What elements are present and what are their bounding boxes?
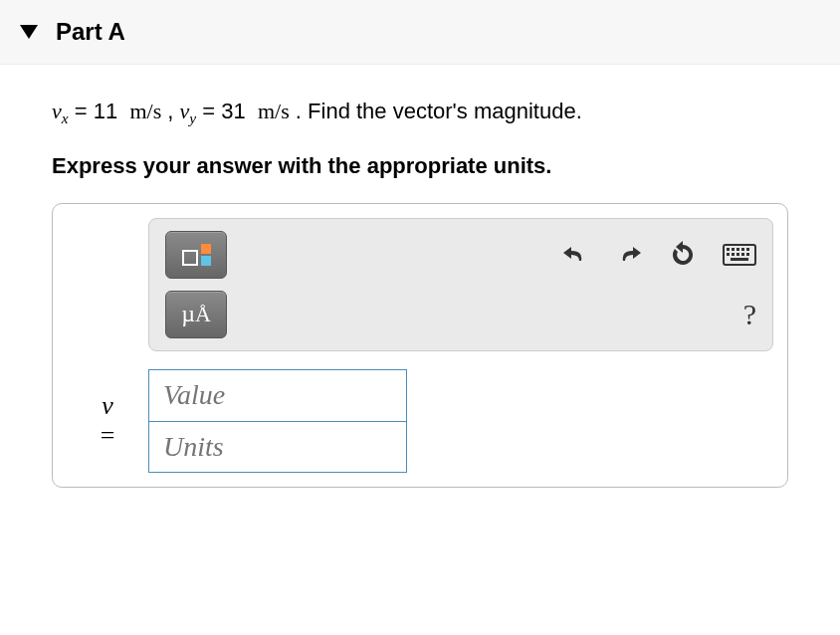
answer-input-area: v = (67, 369, 773, 473)
svg-rect-4 (741, 248, 744, 251)
answer-variable-label: v = (67, 391, 148, 451)
svg-rect-10 (746, 253, 749, 256)
redo-icon (615, 243, 643, 267)
undo-button[interactable] (561, 243, 589, 267)
svg-rect-7 (732, 253, 735, 256)
content-area: vx = 11 m/s , vy = 31 m/s . Find the vec… (0, 65, 840, 508)
units-input[interactable] (148, 421, 407, 473)
equation-toolbar: µÅ ? (148, 218, 773, 351)
instruction-text: Express your answer with the appropriate… (52, 153, 788, 179)
reset-icon (669, 241, 697, 269)
collapse-caret-icon (20, 25, 38, 39)
special-chars-button[interactable]: µÅ (165, 291, 227, 338)
mu-angstrom-icon: µÅ (181, 301, 211, 327)
part-header[interactable]: Part A (0, 0, 840, 65)
reset-button[interactable] (669, 241, 697, 269)
keyboard-icon (723, 244, 756, 266)
help-button[interactable]: ? (743, 298, 756, 331)
undo-icon (561, 243, 589, 267)
svg-rect-1 (727, 248, 730, 251)
svg-rect-6 (727, 253, 730, 256)
templates-button[interactable] (165, 231, 227, 279)
value-input[interactable] (148, 369, 407, 421)
redo-button[interactable] (615, 243, 643, 267)
keyboard-button[interactable] (723, 244, 756, 266)
problem-statement: vx = 11 m/s , vy = 31 m/s . Find the vec… (52, 97, 788, 129)
answer-container: µÅ ? v = (52, 203, 788, 488)
svg-rect-3 (736, 248, 739, 251)
svg-rect-11 (731, 258, 748, 261)
svg-rect-5 (746, 248, 749, 251)
part-title: Part A (56, 18, 125, 46)
templates-icon (182, 244, 211, 266)
svg-rect-2 (732, 248, 735, 251)
svg-rect-9 (741, 253, 744, 256)
svg-rect-8 (736, 253, 739, 256)
